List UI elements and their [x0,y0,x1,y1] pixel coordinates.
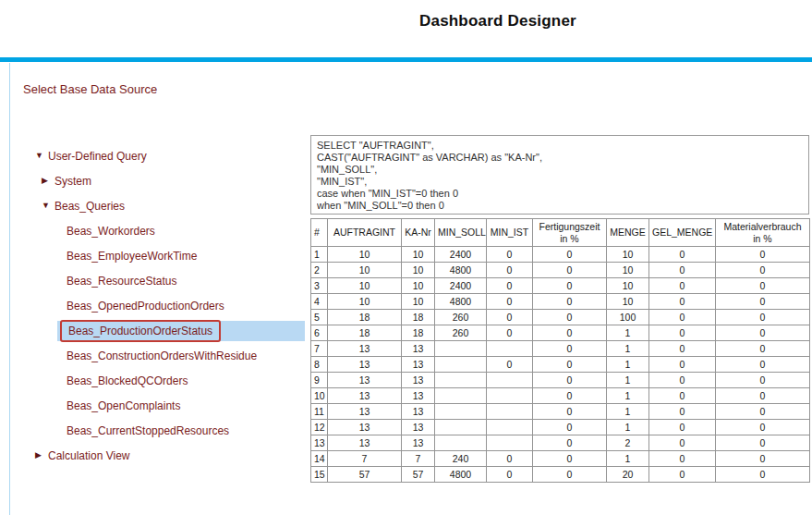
table-cell: 57 [402,467,435,483]
table-cell [435,373,487,388]
table-cell: 4 [311,294,328,310]
table-cell: 0 [649,435,716,451]
chevron-down-icon[interactable]: ▼ [35,152,48,160]
column-header: GEL_MENGE [649,219,716,247]
table-cell: 13 [328,373,402,388]
table-row: 110102400001000 [311,247,810,263]
tree-item-beas-currentstoppedresources[interactable]: Beas_CurrentStoppedResources [23,418,305,443]
table-cell: 0 [716,294,810,310]
table-cell: 15 [311,467,328,483]
tree-item-user-defined-query[interactable]: ▼User-Defined Query [23,143,305,168]
table-cell: 0 [649,388,716,404]
table-cell: 0 [716,420,810,435]
table-cell: 0 [487,310,533,325]
table-cell: 0 [649,263,716,278]
tree-item-beas-blockedqcorders[interactable]: Beas_BlockedQCOrders [23,368,305,393]
panel-title: Select Base Data Source [23,82,157,96]
table-cell: 0 [533,357,607,373]
table-row: 8131300100 [311,357,810,373]
table-cell: 0 [716,388,810,404]
table-cell: 7 [311,341,328,357]
table-cell [487,435,533,451]
table-cell: 0 [533,310,607,325]
table-cell: 2 [607,435,649,451]
table-cell: 1 [607,325,649,341]
table-cell [435,341,487,357]
table-cell: 0 [487,467,533,483]
table-cell: 260 [435,325,487,341]
table-cell: 4800 [435,294,487,310]
table-row: 147724000100 [311,451,810,467]
tree-item-label: Beas_ResourceStatus [67,275,176,288]
sql-preview: SELECT "AUFTRAGINT",CAST("AUFTRAGINT" as… [310,135,809,215]
tree-item-label: Beas_BlockedQCOrders [67,374,188,387]
table-row: 210104800001000 [311,263,810,278]
tree-item-beas-workorders[interactable]: Beas_Workorders [23,218,305,243]
table-cell: 0 [716,404,810,420]
table-cell: 0 [716,435,810,451]
chevron-right-icon[interactable]: ▶ [35,451,48,460]
table-cell: 0 [716,467,810,483]
table-cell: 0 [649,404,716,420]
table-cell: 0 [649,341,716,357]
table-cell: 13 [328,341,402,357]
table-cell: 13 [311,435,328,451]
table-cell: 0 [649,278,716,294]
sql-line: when "MIN_SOLL"=0 then 0 [317,200,803,212]
table-cell: 0 [487,263,533,278]
table-row: 6181826000100 [311,325,810,341]
table-cell: 0 [649,310,716,325]
table-cell: 10 [402,278,435,294]
tree-item-label: Beas_EmployeeWorkTime [67,250,197,263]
tree-item-content: Beas_OpenComplaints [57,396,305,416]
tree-item-content: Beas_ProductionOrderStatus [57,321,305,341]
tree-item-beas-queries[interactable]: ▼Beas_Queries [23,193,305,218]
chevron-right-icon[interactable]: ▶ [42,177,55,185]
table-cell: 1 [607,373,649,388]
tree-item-content: Calculation View [48,446,305,466]
tree-item-beas-employeeworktime[interactable]: Beas_EmployeeWorkTime [23,243,305,268]
table-cell [435,404,487,420]
column-header: Fertigungszeit in % [533,219,607,247]
table-cell: 7 [402,451,435,467]
table-cell [487,404,533,420]
table-cell: 13 [328,404,402,420]
table-cell: 10 [402,294,435,310]
table-cell: 7 [328,451,402,467]
table-cell: 0 [716,341,810,357]
table-cell: 18 [328,325,402,341]
table-cell: 10 [311,388,328,404]
chevron-down-icon[interactable]: ▼ [42,202,55,210]
table-cell: 13 [402,357,435,373]
tree-item-content: Beas_Queries [55,196,305,216]
table-cell: 0 [487,451,533,467]
table-cell: 11 [311,404,328,420]
table-cell: 18 [328,310,402,325]
tree-item-calculation-view[interactable]: ▶Calculation View [23,443,305,468]
table-cell: 10 [607,278,649,294]
table-cell: 18 [402,325,435,341]
tree-item-beas-constructionorderswithresidue[interactable]: Beas_ConstructionOrdersWithResidue [23,343,305,368]
table-cell: 0 [649,247,716,263]
column-header: MENGE [607,219,649,247]
table-cell: 13 [328,388,402,404]
tree-item-beas-productionorderstatus[interactable]: Beas_ProductionOrderStatus [23,318,305,343]
tree-item-label: Beas_Queries [55,200,125,213]
table-cell [435,388,487,404]
table-cell: 3 [311,278,328,294]
table-cell: 0 [649,451,716,467]
preview-table: #AUFTRAGINTKA-NrMIN_SOLLMIN_ISTFertigung… [310,218,810,483]
table-cell: 0 [533,451,607,467]
table-cell: 1 [607,420,649,435]
tree-item-beas-resourcestatus[interactable]: Beas_ResourceStatus [23,268,305,293]
table-cell: 0 [533,278,607,294]
tree-item-beas-openedproductionorders[interactable]: Beas_OpenedProductionOrders [23,293,305,318]
column-header: MIN_IST [487,219,533,247]
tree-item-label: Beas_OpenedProductionOrders [67,300,224,313]
tree-item-beas-opencomplaints[interactable]: Beas_OpenComplaints [23,393,305,418]
table-row: 913130100 [311,373,810,388]
tree-item-content: Beas_OpenedProductionOrders [57,296,305,316]
table-cell [487,420,533,435]
tree-item-system[interactable]: ▶System [23,168,305,193]
dashboard-designer-window: Dashboard Designer Select Base Data Sour… [0,0,812,515]
